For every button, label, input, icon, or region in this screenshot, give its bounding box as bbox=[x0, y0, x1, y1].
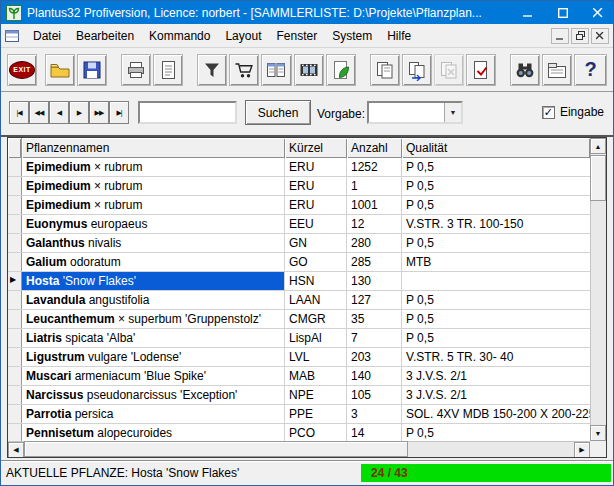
header-qualitaet[interactable]: Qualität bbox=[402, 138, 590, 158]
app-plant-icon bbox=[6, 5, 22, 21]
minimize-button[interactable] bbox=[513, 1, 543, 24]
dropdown-arrow-icon[interactable]: ▼ bbox=[444, 103, 461, 122]
help-button[interactable]: ? bbox=[574, 54, 607, 86]
plant-info-button[interactable] bbox=[326, 54, 356, 86]
cell-pflanzenname: Parrotia persica bbox=[22, 405, 285, 423]
table-row[interactable]: Galium odoratum GO 285 MTB bbox=[8, 253, 590, 272]
search-button[interactable] bbox=[510, 54, 540, 86]
row-selector[interactable] bbox=[8, 291, 22, 309]
save-button[interactable] bbox=[77, 54, 107, 86]
preview-button[interactable] bbox=[153, 54, 183, 86]
exit-icon: EXIT bbox=[9, 61, 35, 79]
row-selector[interactable] bbox=[8, 367, 22, 385]
delete-entry-button[interactable] bbox=[434, 54, 464, 86]
filter-button[interactable] bbox=[197, 54, 227, 86]
eingabe-checkbox[interactable]: ✓ bbox=[542, 106, 555, 119]
scroll-right-icon[interactable]: ▶ bbox=[574, 442, 590, 458]
first-record-button[interactable]: |◀ bbox=[9, 101, 29, 124]
cell-pflanzenname: Ligustrum vulgare 'Lodense' bbox=[22, 348, 285, 366]
table-header: Pflanzennamen Kürzel Anzahl Qualität bbox=[8, 138, 590, 158]
vorgabe-combobox[interactable]: ▼ bbox=[367, 101, 463, 124]
close-button[interactable] bbox=[583, 1, 613, 24]
table-row[interactable]: Muscari armeniacum 'Blue Spike' MAB 140 … bbox=[8, 367, 590, 386]
table-row[interactable]: Parrotia persica PPE 3 SOL. 4XV MDB 150-… bbox=[8, 405, 590, 424]
document-system-menu-icon[interactable] bbox=[5, 28, 21, 43]
cell-pflanzenname: Pennisetum alopecuroides bbox=[22, 424, 285, 441]
table-row[interactable]: Ligustrum vulgare 'Lodense' LVL 203 V.ST… bbox=[8, 348, 590, 367]
row-selector[interactable] bbox=[8, 158, 22, 176]
copy-button[interactable] bbox=[370, 54, 400, 86]
row-selector[interactable] bbox=[8, 386, 22, 404]
prev-record-button[interactable]: ◀ bbox=[49, 101, 69, 124]
header-pflanzennamen[interactable]: Pflanzennamen bbox=[22, 138, 285, 158]
fast-next-button[interactable]: ▶▶ bbox=[89, 101, 109, 124]
row-selector[interactable] bbox=[8, 405, 22, 423]
print-button[interactable] bbox=[121, 54, 151, 86]
search-input[interactable] bbox=[138, 101, 237, 124]
card-index-button[interactable] bbox=[542, 54, 572, 86]
maximize-button[interactable] bbox=[548, 1, 578, 24]
scroll-left-icon[interactable]: ◀ bbox=[8, 442, 24, 458]
table-row[interactable]: Epimedium × rubrum ERU 1001 P 0,5 bbox=[8, 196, 590, 215]
scroll-up-icon[interactable]: ▲ bbox=[590, 138, 606, 154]
mdi-restore-button[interactable] bbox=[571, 28, 589, 44]
menu-hilfe[interactable]: Hilfe bbox=[380, 25, 418, 47]
cell-anzahl: 127 bbox=[347, 291, 402, 309]
table-row[interactable]: Epimedium × rubrum ERU 1 P 0,5 bbox=[8, 177, 590, 196]
transfer-button[interactable] bbox=[402, 54, 432, 86]
menu-bearbeiten[interactable]: Bearbeiten bbox=[69, 25, 141, 47]
table-row[interactable]: ▶ Hosta 'Snow Flakes' HSN 130 bbox=[8, 272, 590, 291]
menu-fenster[interactable]: Fenster bbox=[269, 25, 324, 47]
fast-prev-button[interactable]: ◀◀ bbox=[29, 101, 49, 124]
row-selector[interactable] bbox=[8, 424, 22, 441]
row-selector[interactable] bbox=[8, 348, 22, 366]
cart-button[interactable] bbox=[229, 54, 259, 86]
row-selector[interactable] bbox=[8, 215, 22, 233]
header-anzahl[interactable]: Anzahl bbox=[347, 138, 402, 158]
row-selector[interactable] bbox=[8, 253, 22, 271]
vertical-scroll-thumb[interactable] bbox=[590, 155, 606, 201]
scrollbar-corner bbox=[590, 441, 606, 457]
horizontal-scrollbar[interactable]: ◀ ▶ bbox=[8, 441, 590, 457]
mdi-close-button[interactable] bbox=[591, 28, 609, 44]
cell-qualitaet: V.STR. 3 TR. 100-150 bbox=[402, 215, 590, 233]
menu-datei[interactable]: Datei bbox=[26, 25, 68, 47]
cell-qualitaet: P 0,5 bbox=[402, 310, 590, 328]
suchen-button[interactable]: Suchen bbox=[245, 100, 311, 125]
table-row[interactable]: Lavandula angustifolia LAAN 127 P 0,5 bbox=[8, 291, 590, 310]
next-record-button[interactable]: ▶ bbox=[69, 101, 89, 124]
cell-kuerzel: LAAN bbox=[285, 291, 347, 309]
menu-kommando[interactable]: Kommando bbox=[142, 25, 217, 47]
table-row[interactable]: Euonymus europaeus EEU 12 V.STR. 3 TR. 1… bbox=[8, 215, 590, 234]
horizontal-scroll-thumb[interactable] bbox=[24, 441, 408, 457]
last-record-button[interactable]: ▶| bbox=[109, 101, 129, 124]
catalog-button[interactable] bbox=[261, 54, 291, 86]
exit-button[interactable]: EXIT bbox=[7, 54, 37, 86]
filmstrip-icon bbox=[298, 59, 320, 81]
row-selector[interactable] bbox=[8, 196, 22, 214]
row-selector[interactable] bbox=[8, 177, 22, 195]
row-selector[interactable] bbox=[8, 310, 22, 328]
open-button[interactable] bbox=[45, 54, 75, 86]
header-kuerzel[interactable]: Kürzel bbox=[285, 138, 347, 158]
row-selector[interactable]: ▶ bbox=[8, 272, 22, 290]
table-row[interactable]: Liatris spicata 'Alba' LispAl 7 P 0,5 bbox=[8, 329, 590, 348]
menu-layout[interactable]: Layout bbox=[218, 25, 268, 47]
cell-pflanzenname: Lavandula angustifolia bbox=[22, 291, 285, 309]
table-row[interactable]: Leucanthemum × superbum 'Gruppenstolz' C… bbox=[8, 310, 590, 329]
table-row[interactable]: Narcissus pseudonarcissus 'Exception' NP… bbox=[8, 386, 590, 405]
menu-system[interactable]: System bbox=[325, 25, 379, 47]
vertical-scrollbar[interactable]: ▲ ▼ bbox=[590, 138, 606, 441]
row-selector[interactable] bbox=[8, 234, 22, 252]
cell-kuerzel: GO bbox=[285, 253, 347, 271]
table-row[interactable]: Pennisetum alopecuroides PCO 14 P 0,5 bbox=[8, 424, 590, 441]
table-row[interactable]: Galanthus nivalis GN 280 P 0,5 bbox=[8, 234, 590, 253]
mdi-minimize-button[interactable] bbox=[551, 28, 569, 44]
report-button[interactable] bbox=[466, 54, 496, 86]
header-selector bbox=[8, 138, 22, 158]
row-selector[interactable] bbox=[8, 329, 22, 347]
media-button[interactable] bbox=[294, 54, 324, 86]
cell-kuerzel: ERU bbox=[285, 196, 347, 214]
scroll-down-icon[interactable]: ▼ bbox=[590, 425, 606, 441]
table-row[interactable]: Epimedium × rubrum ERU 1252 P 0,5 bbox=[8, 158, 590, 177]
